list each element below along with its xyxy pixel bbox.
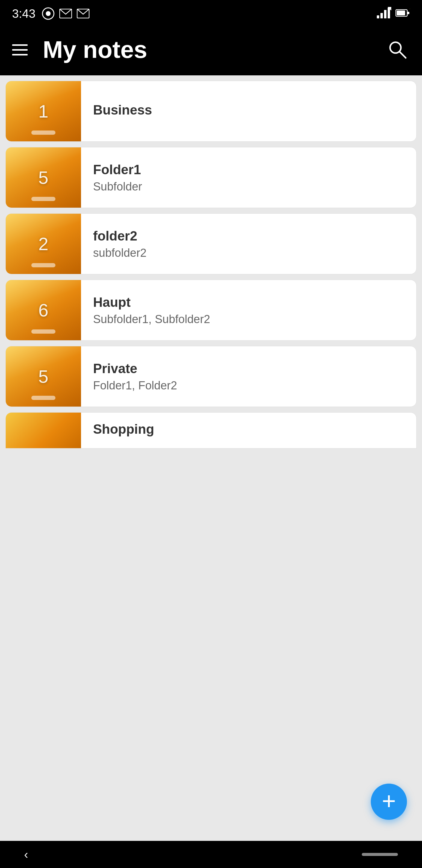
folder-name-folder2: folder2 (93, 228, 404, 244)
battery-icon: ⚡ (395, 8, 410, 19)
folder-count-private: 5 (38, 366, 48, 387)
add-icon: + (382, 789, 396, 813)
folder-subfolders-private: Folder1, Folder2 (93, 379, 404, 392)
folder-info-private: Private Folder1, Folder2 (81, 352, 416, 401)
hamburger-line-2 (12, 49, 28, 51)
hamburger-line-1 (12, 44, 28, 46)
folder-thumbnail-folder2: 2 (6, 214, 81, 274)
bottom-nav: ‹ (0, 841, 422, 868)
svg-point-1 (46, 11, 51, 16)
content-area: 1 Business 5 Folder1 Subfolder 2 folder2… (0, 75, 422, 841)
svg-text:⚡: ⚡ (409, 8, 410, 11)
folder-card-private[interactable]: 5 Private Folder1, Folder2 (5, 346, 417, 407)
gmail-icon-1 (59, 7, 72, 20)
folder-info-folder2: folder2 subfolder2 (81, 219, 416, 269)
folder-info-folder1: Folder1 Subfolder (81, 153, 416, 202)
svg-rect-10 (407, 12, 409, 14)
signal-icon (376, 7, 391, 20)
folder-card-business[interactable]: 1 Business (5, 81, 417, 142)
folder-count-business: 1 (38, 101, 48, 122)
svg-rect-11 (397, 10, 405, 16)
add-note-fab[interactable]: + (371, 784, 407, 820)
svg-rect-5 (381, 13, 383, 19)
folder-name-folder1: Folder1 (93, 162, 404, 177)
svg-rect-4 (377, 16, 379, 19)
folder-card-folder2[interactable]: 2 folder2 subfolder2 (5, 213, 417, 274)
folder-name-haupt: Haupt (93, 295, 404, 310)
folder-count-haupt: 6 (38, 300, 48, 321)
status-time: 3:43 (12, 7, 36, 21)
status-bar: 3:43 (0, 0, 422, 27)
hamburger-line-3 (12, 54, 28, 56)
folder-thumbnail-private: 5 (6, 346, 81, 407)
gmail-icon-2 (76, 7, 90, 20)
folder-card-folder1[interactable]: 5 Folder1 Subfolder (5, 147, 417, 208)
app-title: My notes (43, 36, 147, 64)
folder-name-shopping: Shopping (93, 422, 404, 437)
folder-subfolders-folder2: subfolder2 (93, 247, 404, 259)
folder-info-business: Business (81, 93, 416, 129)
folder-count-folder2: 2 (38, 234, 48, 254)
svg-rect-7 (388, 7, 390, 19)
folder-subfolders-folder1: Subfolder (93, 180, 404, 193)
svg-line-14 (399, 52, 406, 58)
svg-rect-6 (384, 10, 386, 19)
folder-list: 1 Business 5 Folder1 Subfolder 2 folder2… (0, 75, 422, 407)
folder-card-haupt[interactable]: 6 Haupt Subfolder1, Subfolder2 (5, 280, 417, 341)
folder-subfolders-haupt: Subfolder1, Subfolder2 (93, 313, 404, 326)
status-right: ⚡ (376, 7, 410, 20)
status-left: 3:43 (12, 7, 90, 21)
app-bar: My notes (0, 27, 422, 75)
search-icon[interactable] (387, 39, 407, 60)
folder-thumbnail-shopping (6, 412, 81, 448)
folder-thumbnail-haupt: 6 (6, 280, 81, 340)
back-button[interactable]: ‹ (24, 848, 28, 861)
home-indicator[interactable] (362, 853, 398, 856)
folder-info-haupt: Haupt Subfolder1, Subfolder2 (81, 286, 416, 335)
folder-count-folder1: 5 (38, 167, 48, 188)
status-icons (41, 7, 90, 20)
folder-info-shopping: Shopping (81, 412, 416, 448)
circle-status-icon (41, 7, 55, 20)
hamburger-menu-icon[interactable] (12, 44, 28, 56)
folder-name-business: Business (93, 102, 404, 118)
folder-thumbnail-business: 1 (6, 81, 81, 141)
folder-thumbnail-folder1: 5 (6, 147, 81, 208)
folder-card-shopping-partial[interactable]: Shopping (5, 412, 417, 448)
folder-name-private: Private (93, 361, 404, 376)
app-bar-left: My notes (12, 36, 147, 64)
